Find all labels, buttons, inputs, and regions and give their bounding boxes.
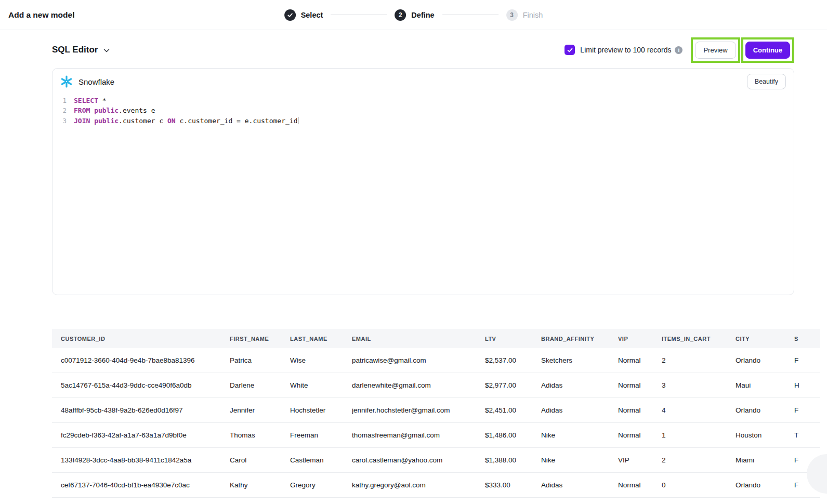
table-cell: F <box>794 356 820 364</box>
table-cell: Sketchers <box>541 356 618 364</box>
table-cell: $1,486.00 <box>485 431 541 439</box>
table-cell: Maui <box>736 381 794 389</box>
table-cell: 5ac14767-615a-44d3-9ddc-cce490f6a0db <box>52 381 230 389</box>
step-connector <box>331 15 387 16</box>
table-cell: kathy.gregory@aol.com <box>352 481 485 489</box>
table-row: 5ac14767-615a-44d3-9ddc-cce490f6a0dbDarl… <box>52 373 820 398</box>
highlight-box-preview: Preview <box>691 37 740 63</box>
table-cell: Darlene <box>230 381 290 389</box>
table-cell: Orlando <box>736 356 794 364</box>
beautify-button[interactable]: Beautify <box>747 74 786 89</box>
table-cell: Orlando <box>736 481 794 489</box>
table-cell: 4 <box>662 406 736 414</box>
table-cell: darlenewhite@gmail.com <box>352 381 485 389</box>
column-header: S <box>794 336 820 342</box>
column-header: BRAND_AFFINITY <box>541 336 618 342</box>
table-cell: Thomas <box>230 431 290 439</box>
continue-button[interactable]: Continue <box>745 42 790 59</box>
step-finish-circle: 3 <box>506 9 518 21</box>
table-cell: Nike <box>541 456 618 464</box>
step-define-label: Define <box>411 11 434 19</box>
step-select-label: Select <box>301 11 323 19</box>
table-cell: Miami <box>736 456 794 464</box>
table-cell: Kathy <box>230 481 290 489</box>
table-cell: Normal <box>618 406 662 414</box>
table-cell: 2 <box>662 456 736 464</box>
table-cell: cef67137-7046-40cd-bf1b-ea4930e7c0ac <box>52 481 230 489</box>
table-cell: Adidas <box>541 406 618 414</box>
sql-editor-dropdown[interactable]: SQL Editor <box>52 45 110 55</box>
table-cell: 48afffbf-95cb-438f-9a2b-626ed0d16f97 <box>52 406 230 414</box>
table-cell: 1 <box>662 431 736 439</box>
column-header: LAST_NAME <box>290 336 352 342</box>
table-cell: jennifer.hochstetler@gmail.com <box>352 406 485 414</box>
text-cursor <box>298 117 299 124</box>
column-header: ITEMS_IN_CART <box>662 336 736 342</box>
table-cell: Normal <box>618 356 662 364</box>
table-cell: H <box>794 381 820 389</box>
snowflake-icon <box>60 75 73 88</box>
column-header: LTV <box>485 336 541 342</box>
table-cell: $333.00 <box>485 481 541 489</box>
table-cell: F <box>794 406 820 414</box>
table-cell: Normal <box>618 431 662 439</box>
table-cell: Freeman <box>290 431 352 439</box>
line-number: 1 <box>59 96 67 105</box>
column-header: CUSTOMER_ID <box>52 336 230 342</box>
table-cell: patricawise@gmail.com <box>352 356 485 364</box>
editor-toolbar: SQL Editor Limit preview to 100 records … <box>52 38 794 62</box>
table-cell: 3 <box>662 381 736 389</box>
table-cell: Adidas <box>541 481 618 489</box>
table-cell: fc29cdeb-f363-42af-a1a7-63a1a7d9bf0e <box>52 431 230 439</box>
table-header-row: CUSTOMER_IDFIRST_NAMELAST_NAMEEMAILLTVBR… <box>52 329 820 348</box>
preview-results-table: CUSTOMER_IDFIRST_NAMELAST_NAMEEMAILLTVBR… <box>52 329 820 498</box>
table-cell: Jennifer <box>230 406 290 414</box>
column-header: FIRST_NAME <box>230 336 290 342</box>
limit-preview-label: Limit preview to 100 records <box>580 46 671 54</box>
highlight-box-continue: Continue <box>741 37 794 63</box>
table-cell: $2,537.00 <box>485 356 541 364</box>
column-header: EMAIL <box>352 336 485 342</box>
limit-preview-checkbox[interactable] <box>565 45 575 55</box>
table-cell: Normal <box>618 481 662 489</box>
step-select-circle <box>284 9 296 21</box>
table-row: fc29cdeb-f363-42af-a1a7-63a1a7d9bf0eThom… <box>52 423 820 448</box>
code-line: 3JOIN public.customer c ON c.customer_id… <box>59 116 794 126</box>
table-cell: Nike <box>541 431 618 439</box>
stepper: Select 2 Define 3 Finish <box>284 9 543 21</box>
page-title: Add a new model <box>8 10 74 20</box>
preview-button[interactable]: Preview <box>695 42 736 59</box>
table-cell: Carol <box>230 456 290 464</box>
toolbar-right: Limit preview to 100 records i Preview C… <box>565 37 794 63</box>
table-cell: Wise <box>290 356 352 364</box>
table-cell: Patrica <box>230 356 290 364</box>
table-cell: T <box>794 431 820 439</box>
table-cell: thomasfreeman@gmail.com <box>352 431 485 439</box>
info-icon[interactable]: i <box>675 46 682 54</box>
step-connector <box>442 15 498 16</box>
step-define[interactable]: 2 Define <box>395 9 434 21</box>
code-line: 1SELECT * <box>59 96 794 105</box>
line-number: 2 <box>59 105 67 115</box>
sql-editor-dropdown-label: SQL Editor <box>52 45 98 55</box>
line-number: 3 <box>59 116 67 126</box>
table-body: c0071912-3660-404d-9e4b-7bae8ba81396Patr… <box>52 348 820 498</box>
sql-editor-card: Snowflake Beautify 1SELECT *2FROM public… <box>52 68 794 295</box>
table-cell: carol.castleman@yahoo.com <box>352 456 485 464</box>
table-cell: Houston <box>736 431 794 439</box>
table-cell: $2,451.00 <box>485 406 541 414</box>
table-row: c0071912-3660-404d-9e4b-7bae8ba81396Patr… <box>52 348 820 373</box>
code-line: 2FROM public.events e <box>59 105 794 115</box>
step-select[interactable]: Select <box>284 9 323 21</box>
code-editor[interactable]: 1SELECT *2FROM public.events e3JOIN publ… <box>52 92 794 274</box>
table-cell: VIP <box>618 456 662 464</box>
table-cell: 2 <box>662 356 736 364</box>
table-cell: Gregory <box>290 481 352 489</box>
table-cell: White <box>290 381 352 389</box>
table-cell: 133f4928-3dcc-4aa8-bb38-9411c1842a5a <box>52 456 230 464</box>
table-cell: Normal <box>618 381 662 389</box>
table-cell: Castleman <box>290 456 352 464</box>
table-cell: $1,388.00 <box>485 456 541 464</box>
table-row: 48afffbf-95cb-438f-9a2b-626ed0d16f97Jenn… <box>52 398 820 423</box>
source-name: Snowflake <box>78 77 114 86</box>
